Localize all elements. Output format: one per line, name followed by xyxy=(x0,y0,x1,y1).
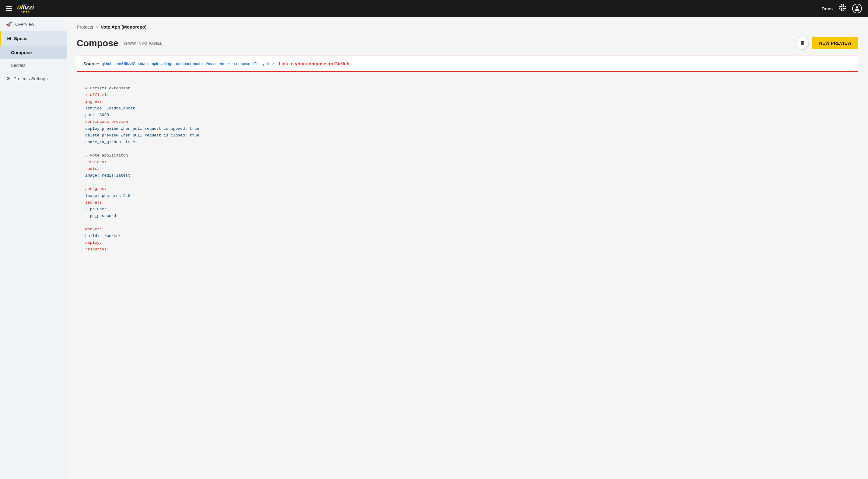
topnav-left: ūffizzi BETA xyxy=(6,3,34,14)
sidebar-specs-label: Specs xyxy=(14,36,27,41)
code-line-2: ingress: xyxy=(85,99,850,105)
docs-link[interactable]: Docs xyxy=(822,6,833,11)
rocket-icon: 🚀 xyxy=(6,21,12,27)
code-line-6: deploy_preview_when_pull_request_is_open… xyxy=(85,126,850,132)
code-line-5: continuous_preview: xyxy=(85,118,850,125)
code-redis: redis: xyxy=(85,166,850,172)
sidebar-item-compose[interactable]: Compose xyxy=(0,45,67,59)
delete-button[interactable] xyxy=(796,37,809,49)
breadcrumb: Projects > Vote App (Monorepo) xyxy=(77,24,858,30)
page-header-left: Compose SHOW INFO PANEL xyxy=(77,38,162,48)
sidebar: 🚀 Overview ⊞ Specs Compose Secrets ⚙ Pro… xyxy=(0,17,67,479)
top-navigation: ūffizzi BETA Docs xyxy=(0,0,868,17)
gear-icon: ⚙ xyxy=(6,76,10,81)
source-banner: Source: github.com/UffizziCloud/example-… xyxy=(77,56,858,72)
source-cta: Link to your compose on GitHub xyxy=(279,61,350,66)
code-worker: worker: xyxy=(85,226,850,233)
sidebar-compose-label: Compose xyxy=(11,50,32,55)
code-postgres: postgres: xyxy=(85,186,850,193)
code-line-8: share_to_github: true xyxy=(85,139,850,145)
breadcrumb-projects[interactable]: Projects xyxy=(77,24,93,30)
sidebar-item-overview[interactable]: 🚀 Overview xyxy=(0,17,67,31)
code-block: # Uffizzi extension x-uffizzi: ingress: … xyxy=(77,79,858,259)
code-blank-2 xyxy=(85,179,850,186)
show-info-panel-button[interactable]: SHOW INFO PANEL xyxy=(123,41,162,45)
code-worker-build: build: ./worker xyxy=(85,233,850,240)
logo[interactable]: ūffizzi BETA xyxy=(17,3,34,14)
source-arrow-icon: ↗ xyxy=(271,61,275,66)
sidebar-item-secrets[interactable]: Secrets xyxy=(0,59,67,71)
code-pg-password: - pg_password xyxy=(85,213,850,219)
page-title: Compose xyxy=(77,38,118,48)
code-postgres-image: image: postgres:9.6 xyxy=(85,193,850,199)
logo-text: ūffizzi xyxy=(17,3,34,11)
source-link[interactable]: github.com/UffizziCloud/example-voting-a… xyxy=(102,61,269,66)
code-line-1: x-uffizzi: xyxy=(85,92,850,99)
page-header: Compose SHOW INFO PANEL NEW PREVIEW xyxy=(77,37,858,49)
specs-icon: ⊞ xyxy=(7,36,11,41)
code-line-4: port: 8080 xyxy=(85,112,850,118)
user-avatar[interactable] xyxy=(852,4,862,13)
code-comment-1: # Uffizzi extension xyxy=(85,85,850,92)
code-comment-2: # Vote applicaiton xyxy=(85,152,850,159)
sidebar-secrets-label: Secrets xyxy=(11,63,25,68)
code-services: services: xyxy=(85,159,850,166)
code-redis-image: image: redis:latest xyxy=(85,172,850,179)
slack-icon[interactable] xyxy=(839,4,846,13)
code-pg-user: - pg_user xyxy=(85,206,850,213)
code-blank-1 xyxy=(85,145,850,152)
code-worker-resources: resources: xyxy=(85,246,850,253)
breadcrumb-separator: > xyxy=(96,24,98,30)
code-blank-3 xyxy=(85,219,850,226)
main-content: Projects > Vote App (Monorepo) Compose S… xyxy=(67,17,868,479)
main-layout: 🚀 Overview ⊞ Specs Compose Secrets ⚙ Pro… xyxy=(0,17,868,479)
page-header-right: NEW PREVIEW xyxy=(796,37,858,49)
sidebar-item-projects-settings[interactable]: ⚙ Projects Settings xyxy=(0,71,67,86)
hamburger-menu[interactable] xyxy=(6,6,12,11)
code-postgres-secrets: secrets: xyxy=(85,199,850,206)
source-label: Source: xyxy=(83,61,99,66)
sidebar-overview-label: Overview xyxy=(15,22,34,27)
code-line-3: service: loadbalancer xyxy=(85,105,850,112)
code-worker-deploy: deploy: xyxy=(85,240,850,246)
sidebar-item-specs[interactable]: ⊞ Specs xyxy=(0,31,67,45)
code-line-7: delete_preview_when_pull_request_is_clos… xyxy=(85,132,850,139)
topnav-right: Docs xyxy=(822,4,862,13)
sidebar-projects-settings-label: Projects Settings xyxy=(13,76,48,81)
breadcrumb-current: Vote App (Monorepo) xyxy=(101,24,147,30)
logo-beta: BETA xyxy=(21,11,30,14)
new-preview-button[interactable]: NEW PREVIEW xyxy=(812,37,858,49)
